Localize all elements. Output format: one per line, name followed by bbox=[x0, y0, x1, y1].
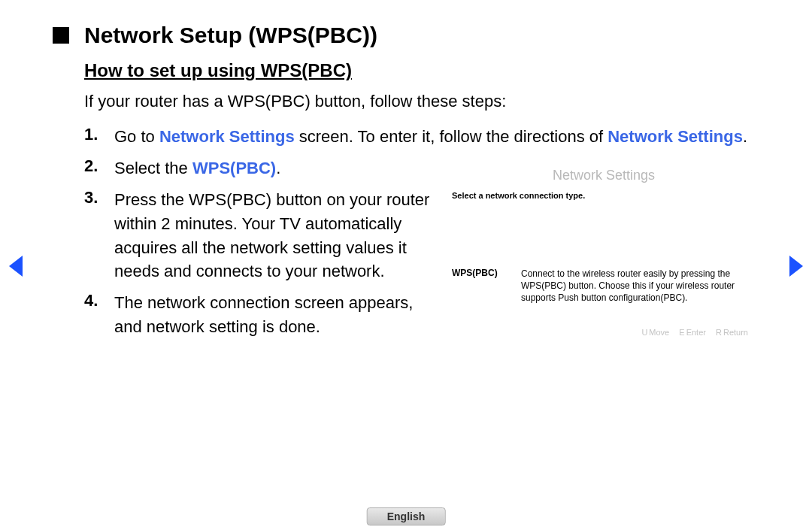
hint-key: R bbox=[716, 328, 722, 337]
hint-key: U bbox=[641, 328, 647, 337]
hint-label: Move bbox=[649, 328, 669, 337]
inset-panel: Network Settings Select a network connec… bbox=[448, 161, 759, 346]
step-number: 4. bbox=[84, 291, 104, 339]
step-text: . bbox=[743, 127, 747, 146]
two-column-wrap: 2. Select the WPS(PBC). 3. Press the WPS… bbox=[84, 156, 759, 347]
manual-page: Network Setup (WPS(PBC)) How to set up u… bbox=[0, 0, 812, 347]
step-number: 3. bbox=[84, 188, 104, 284]
step-body: Go to Network Settings screen. To enter … bbox=[114, 125, 747, 149]
inset-option-row: WPS(PBC) Connect to the wireless router … bbox=[452, 268, 756, 304]
language-badge[interactable]: English bbox=[367, 507, 446, 525]
intro-text: If your router has a WPS(PBC) button, fo… bbox=[84, 92, 759, 111]
section-subtitle: How to set up using WPS(PBC) bbox=[84, 60, 759, 81]
step-number: 1. bbox=[84, 125, 104, 149]
step-1: 1. Go to Network Settings screen. To ent… bbox=[84, 125, 759, 149]
inset-option-description: Connect to the wireless router easily by… bbox=[521, 268, 756, 304]
highlight-wpspbc: WPS(PBC) bbox=[192, 159, 276, 177]
page-title: Network Setup (WPS(PBC)) bbox=[84, 23, 377, 48]
inset-option-label: WPS(PBC) bbox=[452, 268, 509, 278]
step-text: Select the bbox=[114, 159, 192, 177]
inset-title: Network Settings bbox=[452, 168, 756, 183]
step-4: 4. The network connection screen appears… bbox=[84, 291, 430, 339]
step-number: 2. bbox=[84, 156, 104, 180]
hint-key: E bbox=[679, 328, 684, 337]
title-row: Network Setup (WPS(PBC)) bbox=[53, 23, 759, 48]
step-body: The network connection screen appears, a… bbox=[114, 291, 430, 339]
step-body: Select the WPS(PBC). bbox=[114, 156, 280, 180]
inset-footer-hints: UMove EEnter RReturn bbox=[452, 328, 756, 337]
step-text: . bbox=[276, 159, 280, 177]
hint-label: Return bbox=[723, 328, 748, 337]
steps-left-column: 2. Select the WPS(PBC). 3. Press the WPS… bbox=[84, 156, 430, 347]
step-text: screen. To enter it, follow the directio… bbox=[295, 127, 608, 146]
next-page-arrow-icon[interactable] bbox=[789, 256, 803, 277]
step-body: Press the WPS(PBC) button on your router… bbox=[114, 188, 430, 284]
step-2: 2. Select the WPS(PBC). bbox=[84, 156, 430, 180]
highlight-network-settings: Network Settings bbox=[159, 127, 295, 146]
section-bullet-icon bbox=[53, 27, 69, 44]
inset-subtitle: Select a network connection type. bbox=[452, 191, 756, 200]
steps-list: 1. Go to Network Settings screen. To ent… bbox=[84, 125, 759, 347]
inset-screenshot: Network Settings Select a network connec… bbox=[448, 156, 759, 347]
highlight-network-settings: Network Settings bbox=[607, 127, 743, 146]
step-3: 3. Press the WPS(PBC) button on your rou… bbox=[84, 188, 430, 284]
prev-page-arrow-icon[interactable] bbox=[9, 256, 23, 277]
hint-label: Enter bbox=[686, 328, 706, 337]
step-text: Go to bbox=[114, 127, 159, 146]
